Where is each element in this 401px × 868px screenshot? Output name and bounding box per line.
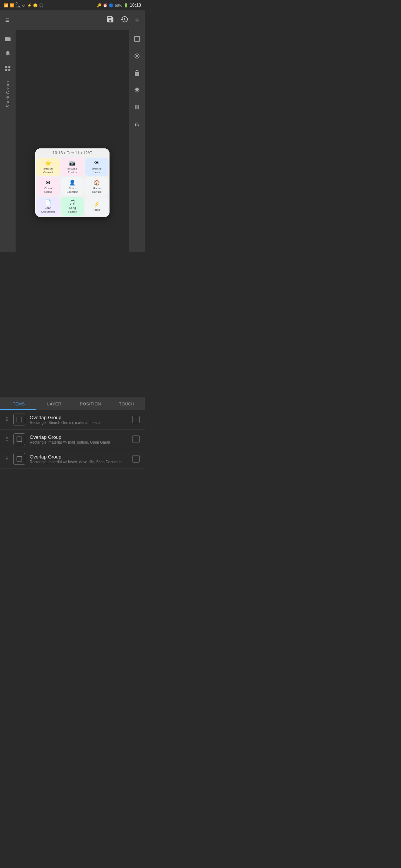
widget-item-home-control[interactable]: 🏠 HomeControl — [85, 177, 108, 196]
widget-grid: ⭐ SearchGemini 📷 BrowsePhotos 👁 GoogleLe… — [35, 157, 110, 217]
wifi-icon: 🛜 — [10, 3, 14, 7]
fitbit-icon: ⚡ — [94, 201, 100, 207]
drag-handle-icon[interactable]: ⠿ — [5, 436, 9, 442]
list-item: ⠿ Overlap Group Rectangle, material => m… — [0, 430, 145, 449]
widget-item-share-location[interactable]: 👤 ShareLocation — [61, 177, 84, 196]
key-icon: 🔑 — [97, 3, 101, 7]
widget-preview-card: 10:13 • Dec 11 • 12°C ⭐ SearchGemini 📷 B… — [35, 148, 110, 217]
pause-icon[interactable] — [131, 102, 143, 113]
left-sidebar: Stack Group — [0, 30, 16, 252]
bluetooth-icon: 🔵 — [109, 3, 113, 7]
widget-item-browse-photos[interactable]: 📷 BrowsePhotos — [61, 158, 84, 176]
widget-item-song-search[interactable]: 🎵 SongSearch — [61, 197, 84, 216]
canvas-area: Stack Group 10:13 • Dec 11 • 12°C ⭐ Sear… — [0, 30, 145, 252]
toolbar-left: ≡ — [5, 16, 10, 24]
rectangle-icon[interactable] — [131, 33, 143, 45]
music-icon: 🎵 — [69, 199, 75, 205]
scan-document-label: ScanDocument — [41, 206, 55, 213]
fitbit-label: Fitbit — [94, 208, 100, 212]
widget-item-fitbit[interactable]: ⚡ Fitbit — [85, 197, 108, 216]
list-item: ⠿ Overlap Group Rectangle, Search Gemini… — [0, 410, 145, 430]
tab-layer[interactable]: LAYER — [36, 397, 73, 410]
target-icon[interactable] — [131, 50, 143, 62]
toolbar-right: + — [106, 15, 140, 25]
tab-items[interactable]: ITEMS — [0, 397, 36, 410]
face-icon: 😊 — [33, 3, 38, 7]
stack-group-label: Stack Group — [6, 81, 10, 108]
list-item-checkbox[interactable] — [132, 435, 140, 443]
add-button[interactable]: + — [134, 15, 140, 25]
star-icon: ⭐ — [45, 160, 51, 166]
bottom-canvas — [0, 252, 145, 397]
home-control-label: HomeControl — [92, 187, 102, 194]
browse-photos-label: BrowsePhotos — [68, 167, 78, 174]
main-toolbar: ≡ + — [0, 10, 145, 30]
home-icon: 🏠 — [94, 180, 100, 185]
headphone-icon: 🎧 — [39, 3, 43, 7]
svg-point-2 — [136, 55, 138, 57]
item-icon-box — [13, 433, 25, 445]
list-text: Overlap Group Rectangle, Search Gemini, … — [30, 415, 128, 425]
layers-icon[interactable] — [2, 48, 13, 59]
list-item-title: Overlap Group — [30, 415, 128, 420]
list-item-checkbox[interactable] — [132, 416, 140, 423]
battery-icon: 🔋 — [124, 3, 128, 7]
item-icon-box — [13, 453, 25, 465]
chart-icon[interactable] — [131, 119, 143, 130]
list-item-checkbox[interactable] — [132, 455, 140, 463]
right-sidebar — [129, 30, 145, 252]
list-text: Overlap Group Rectangle, material => mai… — [30, 434, 128, 444]
lens-icon: 👁 — [94, 160, 100, 166]
widget-item-search-gemini[interactable]: ⭐ SearchGemini — [36, 158, 60, 176]
list-item-subtitle: Rectangle, material => mail_outline, Ope… — [30, 440, 128, 444]
item-icon-box — [13, 414, 25, 425]
widget-item-google-lens[interactable]: 👁 GoogleLens — [85, 158, 108, 176]
list-item-subtitle: Rectangle, material => insert_drive_file… — [30, 460, 128, 464]
svg-rect-4 — [17, 437, 22, 441]
list-item-subtitle: Rectangle, Search Gemini, material => st… — [30, 421, 128, 425]
drag-handle-icon[interactable]: ⠿ — [5, 456, 9, 462]
search-gemini-label: SearchGemini — [43, 167, 53, 174]
open-gmail-label: OpenGmail — [44, 187, 52, 194]
list-item: ⠿ Overlap Group Rectangle, material => i… — [0, 449, 145, 469]
list-item-title: Overlap Group — [30, 434, 128, 440]
widget-header: 10:13 • Dec 11 • 12°C — [35, 148, 110, 157]
status-left: 📶 🛜 0K/s 🛡 ⚡ 😊 🎧 — [4, 1, 43, 9]
svg-rect-5 — [17, 456, 22, 461]
shield-icon: 🛡 — [22, 3, 26, 7]
history-button[interactable] — [120, 15, 128, 25]
svg-rect-3 — [17, 417, 22, 422]
mail-icon: ✉ — [46, 180, 50, 185]
data-speed: 0K/s — [16, 1, 20, 9]
share-location-label: ShareLocation — [67, 187, 78, 194]
battery-percent: 68% — [115, 3, 122, 7]
canvas-content: 10:13 • Dec 11 • 12°C ⭐ SearchGemini 📷 B… — [16, 30, 129, 252]
widget-item-scan-document[interactable]: 📄 ScanDocument — [36, 197, 60, 216]
song-search-label: SongSearch — [68, 206, 77, 213]
svg-rect-0 — [134, 36, 140, 42]
menu-button[interactable]: ≡ — [5, 16, 10, 24]
tab-touch[interactable]: TOUCH — [109, 397, 145, 410]
grid-icon[interactable] — [2, 63, 13, 74]
drag-handle-icon[interactable]: ⠿ — [5, 417, 9, 423]
list-text: Overlap Group Rectangle, material => ins… — [30, 454, 128, 464]
lock-icon[interactable] — [131, 68, 143, 79]
signal-icon: 📶 — [4, 3, 8, 7]
layers-stack-icon[interactable] — [131, 85, 143, 96]
save-button[interactable] — [106, 15, 114, 25]
svg-point-1 — [135, 54, 139, 58]
bottom-tabs: ITEMS LAYER POSITION TOUCH — [0, 397, 145, 410]
camera-icon: 📷 — [69, 160, 75, 166]
alarm-icon: ⏰ — [103, 3, 107, 7]
items-list: ⠿ Overlap Group Rectangle, Search Gemini… — [0, 410, 145, 469]
folder-icon[interactable] — [2, 33, 13, 45]
list-item-title: Overlap Group — [30, 454, 128, 460]
status-bar: 📶 🛜 0K/s 🛡 ⚡ 😊 🎧 🔑 ⏰ 🔵 68% 🔋 10:13 — [0, 0, 145, 10]
google-lens-label: GoogleLens — [92, 167, 102, 174]
location-icon: 👤 — [69, 180, 75, 185]
document-icon: 📄 — [45, 199, 51, 205]
widget-item-open-gmail[interactable]: ✉ OpenGmail — [36, 177, 60, 196]
lightning-icon: ⚡ — [27, 3, 32, 7]
time-display: 10:13 — [130, 3, 141, 8]
tab-position[interactable]: POSITION — [72, 397, 109, 410]
